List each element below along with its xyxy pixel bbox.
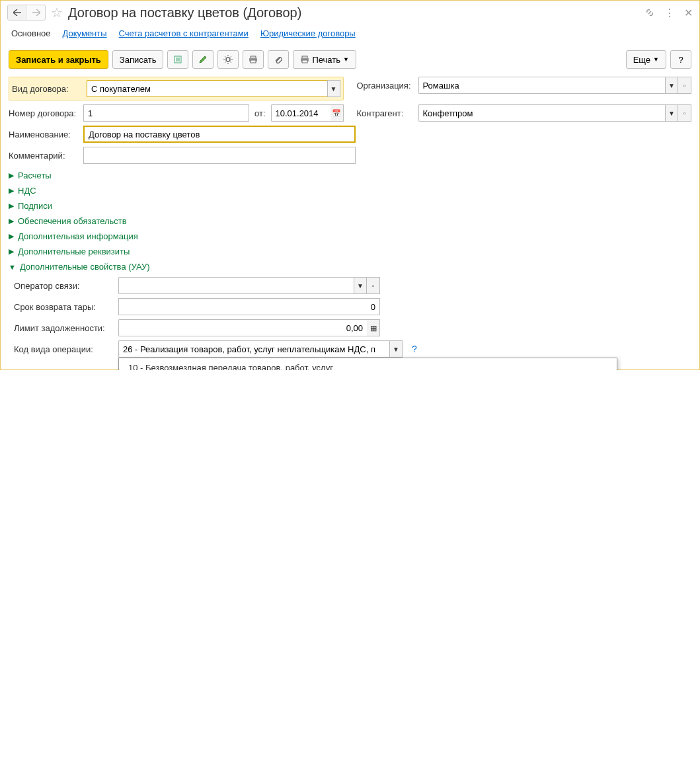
collapse-secur[interactable]: ▶Обеспечения обязательств [9,213,691,229]
print-button-label: Печать [312,55,340,65]
svg-rect-8 [302,56,307,58]
tara-input[interactable] [118,298,380,315]
list-icon-button[interactable] [167,50,188,69]
chevron-right-icon: ▶ [9,202,14,210]
operator-input[interactable] [118,277,354,294]
tab-legal[interactable]: Юридические договоры [260,28,356,38]
dropdown-button[interactable]: ▼ [665,104,678,122]
svg-point-4 [226,58,230,61]
name-label: Наименование: [9,130,78,139]
svg-rect-7 [251,60,256,63]
number-input[interactable] [83,104,249,122]
kebab-icon[interactable]: ⋮ [664,7,675,19]
from-label: от: [254,108,266,118]
collapse-sign[interactable]: ▶Подписи [9,198,691,213]
chevron-right-icon: ▶ [9,232,14,241]
svg-rect-10 [302,60,307,63]
collapse-label: Подписи [18,201,52,211]
collapse-vat[interactable]: ▶НДС [9,183,691,198]
org-input[interactable] [418,77,666,94]
open-button[interactable]: ▫ [678,104,691,122]
svg-rect-5 [251,56,256,58]
help-button[interactable]: ? [670,50,691,69]
close-icon[interactable]: ✕ [684,7,693,19]
name-input[interactable] [83,126,356,143]
dropdown-button[interactable]: ▼ [327,80,340,97]
chevron-right-icon: ▶ [9,217,14,225]
attach-icon-button[interactable] [268,50,289,69]
open-button[interactable]: ▫ [367,277,380,294]
page-title: Договор на поставку цветов (Договор) [68,5,639,20]
opcode-input[interactable] [118,340,389,358]
tara-label: Срок возврата тары: [14,302,113,312]
more-button[interactable]: Еще ▼ [626,50,666,69]
back-button[interactable] [8,5,26,20]
chevron-down-icon: ▼ [9,263,16,271]
comment-label: Комментарий: [9,151,78,161]
nav-buttons [7,5,46,20]
save-button[interactable]: Записать [112,50,164,69]
collapse-addinfo[interactable]: ▶Дополнительная информация [9,229,691,244]
dropdown-button[interactable]: ▼ [389,340,403,358]
org-label: Организация: [357,81,413,91]
print-icon-button[interactable] [243,50,264,69]
comment-input[interactable] [83,147,356,164]
collapse-label: Обеспечения обязательств [18,216,127,226]
print-button[interactable]: Печать ▼ [293,50,356,69]
chevron-down-icon: ▼ [343,56,349,63]
collapse-label: Дополнительная информация [18,231,138,241]
opcode-dropdown-list[interactable]: 10 - Безвозмездная передача товаров, раб… [118,358,617,370]
tabs: Основное Документы Счета расчетов с конт… [1,24,699,45]
more-button-label: Еще [633,55,650,65]
collapse-label: Дополнительные свойства (УАУ) [20,262,150,272]
limit-label: Лимит задолженности: [14,323,113,333]
contract-type-input[interactable] [87,80,327,97]
calculator-icon[interactable]: ▦ [367,319,380,336]
chevron-down-icon: ▼ [653,56,659,63]
opcode-label: Код вида операции: [14,344,113,354]
edit-icon-button[interactable] [192,50,214,69]
dropdown-button[interactable]: ▼ [665,77,678,94]
dropdown-item[interactable]: 10 - Безвозмездная передача товаров, раб… [119,358,617,370]
collapse-label: НДС [18,186,36,196]
addprops-panel: Оператор связи: ▼ ▫ Срок возврата тары: … [9,274,691,358]
gear-icon-button[interactable] [217,50,239,69]
tab-documents[interactable]: Документы [63,28,107,38]
tab-accounts[interactable]: Счета расчетов с контрагентами [119,28,249,38]
open-button[interactable]: ▫ [678,77,691,94]
collapse-addprops[interactable]: ▼Дополнительные свойства (УАУ) [9,259,691,274]
collapse-label: Расчеты [18,171,52,180]
chevron-right-icon: ▶ [9,186,14,195]
chevron-right-icon: ▶ [9,171,14,180]
date-input[interactable] [271,104,331,122]
number-label: Номер договора: [9,108,78,118]
link-icon[interactable] [644,7,655,18]
tab-main[interactable]: Основное [11,28,51,38]
dropdown-button[interactable]: ▼ [354,277,367,294]
collapse-calc[interactable]: ▶Расчеты [9,168,691,183]
window: ☆ Договор на поставку цветов (Договор) ⋮… [0,0,700,370]
toolbar: Записать и закрыть Записать Печать ▼ Еще… [1,45,699,77]
collapse-addreq[interactable]: ▶Дополнительные реквизиты [9,244,691,259]
help-link[interactable]: ? [412,344,417,354]
favorite-icon[interactable]: ☆ [51,5,63,20]
limit-input[interactable] [118,319,367,336]
chevron-right-icon: ▶ [9,247,14,256]
counterparty-label: Контрагент: [357,108,413,118]
operator-label: Оператор связи: [14,281,113,291]
counterparty-input[interactable] [418,104,666,122]
forward-button[interactable] [26,5,45,20]
save-close-button[interactable]: Записать и закрыть [9,50,108,69]
collapse-label: Дополнительные реквизиты [18,247,130,256]
contract-type-label: Вид договора: [12,84,81,94]
form: Вид договора: ▼ Организация: ▼ ▫ [1,77,699,369]
titlebar: ☆ Договор на поставку цветов (Договор) ⋮… [1,1,699,24]
calendar-icon[interactable]: 📅 [331,104,344,122]
